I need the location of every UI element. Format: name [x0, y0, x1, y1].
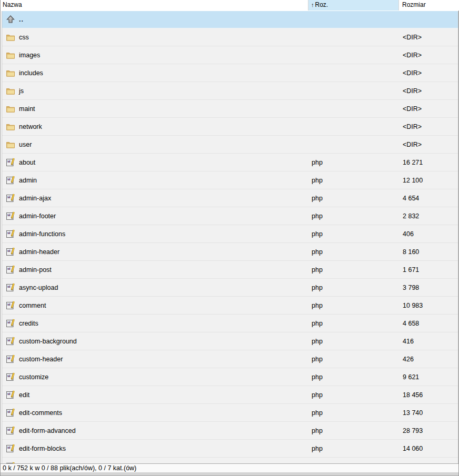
file-row[interactable]: edit-comments php 13 740: [2, 404, 458, 422]
php-file-icon: [6, 319, 15, 328]
entry-name: images: [19, 46, 40, 64]
file-row[interactable]: admin-ajax php 4 654: [2, 189, 458, 207]
file-row[interactable]: about php 16 271: [2, 154, 458, 171]
entry-size: 4 654: [403, 189, 419, 207]
folder-row[interactable]: includes <DIR>: [2, 64, 458, 82]
file-manager-panel: Nazwa ↑Roz. Rozmiar: [0, 0, 459, 476]
file-row[interactable]: edit-form-advanced php 28 793: [2, 422, 458, 440]
file-list: ..: [2, 11, 458, 463]
entry-extension: php: [312, 154, 323, 171]
entry-extension: php: [312, 171, 323, 189]
php-file-icon: [6, 337, 15, 346]
column-header-size-label: Rozmiar: [402, 1, 426, 8]
php-file-icon: [6, 265, 15, 275]
entry-size: <DIR>: [403, 100, 422, 118]
file-row[interactable]: edit-form-comment php 8 402: [2, 458, 458, 463]
entry-extension: php: [312, 458, 323, 463]
entry-size: <DIR>: [403, 28, 422, 46]
entry-name: js: [19, 82, 24, 100]
folder-icon: [6, 122, 15, 131]
entry-name: custom-header: [19, 350, 63, 368]
entry-name: admin: [19, 171, 37, 189]
column-header-name[interactable]: Nazwa: [1, 0, 308, 11]
entry-size: <DIR>: [403, 136, 422, 154]
entry-name: user: [19, 136, 32, 154]
folder-icon: [6, 86, 15, 96]
folder-icon: [6, 33, 15, 42]
entry-name: credits: [19, 315, 38, 332]
folder-row[interactable]: images <DIR>: [2, 46, 458, 64]
folder-row[interactable]: maint <DIR>: [2, 100, 458, 118]
file-row[interactable]: admin-footer php 2 832: [2, 207, 458, 225]
entry-size: 8 402: [403, 458, 419, 463]
column-header-size[interactable]: Rozmiar: [399, 0, 459, 11]
folder-row[interactable]: user <DIR>: [2, 136, 458, 154]
entry-name: ..: [19, 11, 24, 28]
entry-size: 13 740: [403, 404, 423, 422]
column-header-name-label: Nazwa: [3, 1, 22, 8]
entry-name: edit-comments: [19, 404, 62, 422]
entry-size: 416: [403, 332, 414, 350]
file-row[interactable]: custom-background php 416: [2, 332, 458, 350]
php-file-icon: [6, 408, 15, 418]
entry-size: <DIR>: [403, 118, 422, 136]
file-row[interactable]: custom-header php 426: [2, 350, 458, 368]
entry-name: customize: [19, 368, 48, 386]
entry-extension: php: [312, 422, 323, 440]
php-file-icon: [6, 444, 15, 453]
entry-size: <DIR>: [403, 46, 422, 64]
status-bar: 0 k / 752 k w 0 / 88 plik(ach/ów), 0 / 7…: [1, 463, 458, 472]
entry-extension: php: [312, 315, 323, 332]
entry-size: 8 160: [403, 243, 419, 261]
php-file-icon: [6, 194, 15, 203]
php-file-icon: [6, 229, 15, 239]
file-row[interactable]: async-upload php 3 798: [2, 279, 458, 297]
entry-name: async-upload: [19, 279, 58, 297]
php-file-icon: [6, 355, 15, 364]
file-row[interactable]: edit php 18 456: [2, 386, 458, 404]
file-row[interactable]: admin-header php 8 160: [2, 243, 458, 261]
file-row[interactable]: admin-functions php 406: [2, 225, 458, 243]
entry-size: 1 671: [403, 261, 419, 279]
folder-icon: [6, 140, 15, 149]
folder-row[interactable]: network <DIR>: [2, 118, 458, 136]
entry-size: <DIR>: [403, 64, 422, 82]
entry-extension: php: [312, 350, 323, 368]
window-bottom-frame: [1, 472, 458, 476]
php-file-icon: [6, 176, 15, 185]
entry-name: edit-form-blocks: [19, 440, 66, 458]
folder-row[interactable]: css <DIR>: [2, 28, 458, 46]
file-row[interactable]: admin-post php 1 671: [2, 261, 458, 279]
php-file-icon: [6, 158, 15, 167]
file-row[interactable]: credits php 4 658: [2, 315, 458, 332]
entry-extension: php: [312, 261, 323, 279]
entry-extension: php: [312, 368, 323, 386]
entry-size: 16 271: [403, 154, 423, 171]
php-file-icon: [6, 301, 15, 310]
entry-name: admin-post: [19, 261, 52, 279]
parent-dir-row[interactable]: ..: [2, 11, 458, 28]
entry-name: network: [19, 118, 42, 136]
entry-name: maint: [19, 100, 35, 118]
entry-extension: php: [312, 207, 323, 225]
column-header-extension[interactable]: ↑Roz.: [308, 0, 399, 11]
entry-name: includes: [19, 64, 43, 82]
file-row[interactable]: customize php 9 621: [2, 368, 458, 386]
file-row[interactable]: comment php 10 983: [2, 297, 458, 315]
entry-name: custom-background: [19, 332, 77, 350]
folder-row[interactable]: js <DIR>: [2, 82, 458, 100]
entry-extension: php: [312, 386, 323, 404]
entry-name: css: [19, 28, 29, 46]
file-row[interactable]: edit-form-blocks php 14 060: [2, 440, 458, 458]
entry-name: comment: [19, 297, 46, 315]
php-file-icon: [6, 372, 15, 382]
entry-size: 426: [403, 350, 414, 368]
entry-size: <DIR>: [403, 82, 422, 100]
entry-extension: php: [312, 332, 323, 350]
entry-size: 28 793: [403, 422, 423, 440]
entry-extension: php: [312, 279, 323, 297]
file-row[interactable]: admin php 12 100: [2, 171, 458, 189]
php-file-icon: [6, 390, 15, 400]
column-header: Nazwa ↑Roz. Rozmiar: [1, 0, 458, 11]
selection-summary: 0 k / 752 k w 0 / 88 plik(ach/ów), 0 / 7…: [3, 464, 136, 472]
